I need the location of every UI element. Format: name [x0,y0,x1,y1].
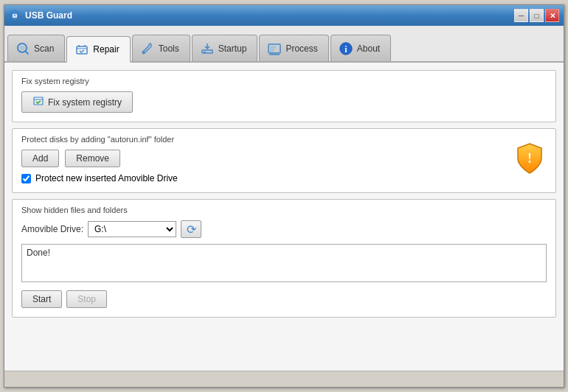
status-bar [4,371,564,387]
svg-rect-18 [34,97,43,105]
main-window: USB Guard ─ □ ✕ Scan [4,4,564,388]
window-title: USB Guard [25,10,72,21]
tab-repair[interactable]: Repair [66,36,130,63]
svg-text:!: ! [527,151,532,166]
tab-startup-label: Startup [218,43,247,54]
drive-label-text: Amovible Drive: [21,224,83,234]
fix-registry-section: Fix system registry Fix system registry [12,70,556,122]
svg-rect-15 [270,51,273,52]
svg-rect-14 [270,49,274,50]
tab-repair-label: Repair [93,44,119,55]
about-tab-icon: i [339,41,353,56]
tools-tab-icon [140,41,155,56]
title-bar-left: USB Guard [9,10,72,21]
tab-startup[interactable]: Startup [192,35,258,61]
app-icon [9,10,21,21]
refresh-icon: ⟳ [187,223,196,237]
shield-warning-icon: ! [516,142,544,175]
tab-scan-label: Scan [34,43,54,54]
tab-scan[interactable]: Scan [7,35,65,61]
start-button[interactable]: Start [21,290,62,308]
protect-disks-label: Protect disks by adding "autorun.inf" fo… [21,135,516,144]
add-button[interactable]: Add [21,150,59,167]
svg-rect-5 [77,46,87,54]
minimize-button[interactable]: ─ [514,9,528,22]
svg-rect-11 [204,52,206,53]
tab-about[interactable]: i About [330,35,391,61]
svg-rect-13 [270,46,276,48]
title-bar-controls: ─ □ ✕ [514,9,559,22]
title-bar: USB Guard ─ □ ✕ [4,5,564,26]
output-textbox[interactable]: Done! [21,244,547,282]
tab-process-label: Process [285,43,317,54]
process-tab-icon [267,41,282,56]
svg-point-4 [20,46,24,50]
close-button[interactable]: ✕ [545,9,559,22]
tab-bar: Scan Repair Tools [4,26,564,63]
tab-tools[interactable]: Tools [132,35,190,61]
fix-registry-button[interactable]: Fix system registry [21,91,133,113]
hidden-files-section: Show hidden files and folders Amovible D… [12,199,556,318]
repair-tab-icon [75,42,89,57]
remove-button[interactable]: Remove [65,150,120,167]
stop-button[interactable]: Stop [66,290,107,308]
tab-process[interactable]: Process [259,35,328,61]
hidden-files-label: Show hidden files and folders [21,206,547,214]
startup-tab-icon [200,41,215,56]
svg-point-1 [14,15,15,16]
svg-line-3 [26,51,29,54]
fix-registry-label: Fix system registry [21,77,547,85]
drive-select[interactable]: G:\ C:\ D:\ E:\ F:\ [88,221,176,237]
main-content: Fix system registry Fix system registry … [4,63,564,371]
tab-about-label: About [357,43,380,54]
action-row: Start Stop [21,290,547,308]
protect-disks-section: Protect disks by adding "autorun.inf" fo… [12,128,556,193]
maximize-button[interactable]: □ [530,9,544,22]
fix-registry-btn-icon [32,95,44,109]
protect-checkbox-label[interactable]: Protect new inserted Amovible Drive [35,173,178,183]
svg-point-9 [142,51,145,54]
protect-checkbox-row: Protect new inserted Amovible Drive [21,173,516,183]
scan-tab-icon [15,41,30,56]
refresh-button[interactable]: ⟳ [181,220,201,238]
protect-checkbox[interactable] [21,174,31,183]
drive-row: Amovible Drive: G:\ C:\ D:\ E:\ F:\ ⟳ [21,220,547,238]
tab-tools-label: Tools [159,43,179,54]
